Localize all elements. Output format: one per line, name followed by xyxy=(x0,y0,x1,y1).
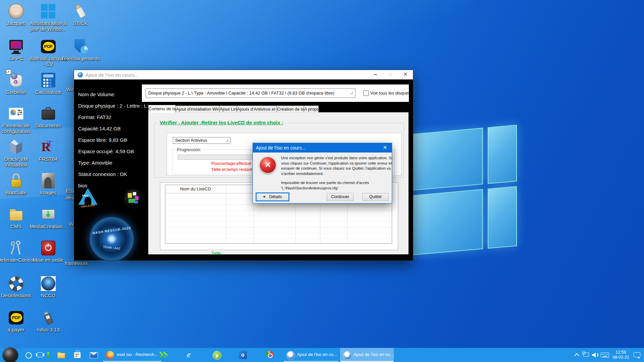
double-chevron-icon xyxy=(160,351,164,358)
desktop-icon-calculator[interactable]: Calculatrice xyxy=(32,72,64,95)
tab-contenu-de-la-clef[interactable]: Contenu de la clef xyxy=(148,105,176,113)
internet-explorer-button[interactable]: e xyxy=(184,348,196,362)
desktop-icon-virtualbox[interactable]: Oracle VM VirtualBox xyxy=(0,139,32,168)
expand-arrow-icon xyxy=(263,196,266,198)
utorrent-icon: µ xyxy=(213,351,221,360)
desktop-icon-label: Calculatrice xyxy=(29,89,67,95)
tab-a-propos[interactable]: A propos xyxy=(304,106,319,112)
app-icon xyxy=(343,351,352,360)
desktop-icon-desinfections[interactable]: Désinfections xyxy=(0,276,32,298)
dialog-message: Une exception non gérée s'est produite d… xyxy=(281,156,389,191)
desktop-icon-rufus[interactable]: rufus-3.13 xyxy=(32,310,64,333)
dialog-titlebar[interactable]: Ajout de l'iso en cours... ✕ xyxy=(253,143,392,153)
window-titlebar[interactable]: Ajout de l'iso en cours... ✕ xyxy=(74,70,413,79)
grid-column-divider xyxy=(226,185,226,243)
file-explorer-button[interactable] xyxy=(55,348,66,362)
desktop-icon-label: NCCD xyxy=(29,293,67,298)
taskbar-task-ajout-iso-1[interactable]: Ajout de l'iso en co... xyxy=(283,348,339,362)
tab-ajout-linux[interactable]: Ajout Linux xyxy=(219,106,237,112)
tray-expand-button[interactable] xyxy=(572,348,581,362)
desktop-icon-label: Images xyxy=(29,190,67,195)
task-view-button[interactable] xyxy=(35,348,46,362)
network-tray-button[interactable] xyxy=(582,348,591,362)
firefox-icon xyxy=(106,351,114,359)
desktop-icon-cv-pdf[interactable]: PDF Balfroid Jacques - CV xyxy=(32,39,64,67)
clock-date: 08-02-21 xyxy=(611,355,631,360)
tab-creation-de-la-clef[interactable]: Création de la clef xyxy=(277,106,304,112)
continue-button[interactable]: Continuer xyxy=(327,193,354,201)
chrome-button[interactable] xyxy=(264,348,276,362)
message-line: Une exception non gérée s'est produite d… xyxy=(281,156,389,161)
keys-icon xyxy=(8,240,24,256)
minimize-button[interactable] xyxy=(368,70,383,79)
microsoft-store-button[interactable] xyxy=(72,348,83,362)
desktop-icon-mediacreation[interactable]: MediaCreation... xyxy=(32,206,64,229)
taskbar-task-ajout-iso-2-active[interactable]: Ajout de l'iso en co... xyxy=(340,348,394,362)
desktop-icon-sleep[interactable]: Mise en veille xyxy=(32,240,64,263)
desktop-icon-cms[interactable]: CMS xyxy=(0,206,32,229)
life-ring-icon xyxy=(8,276,24,292)
desktop-icon-jacques[interactable]: Jacques xyxy=(0,3,32,26)
desktop-icon-ce-pc[interactable]: Ce PC xyxy=(0,39,32,61)
chevron-down-icon xyxy=(226,139,228,141)
desktop-icon-nccd[interactable]: NCCD xyxy=(32,276,64,298)
section-dropdown[interactable]: Section Antivirus xyxy=(173,137,230,144)
cortana-button[interactable] xyxy=(23,348,34,362)
app-icon xyxy=(77,72,83,77)
show-all-disks-checkbox[interactable] xyxy=(363,90,369,96)
column-header-nom-du-livecd: Nom du LiveCD xyxy=(165,186,226,191)
desktop-icon-downloads[interactable]: Téléchargements xyxy=(64,39,96,61)
drive-selector-bar: Disque physique 2 - L:\ Type : Amovible … xyxy=(142,84,409,102)
recycle-bin-icon: ♻ ✓ xyxy=(8,72,24,88)
windows-logo-pane xyxy=(411,128,483,191)
desktop-icon-label: Mise en veille xyxy=(29,257,67,263)
desktop-icon-frst64[interactable]: RT FRST64 xyxy=(32,139,64,162)
media-creation-icon xyxy=(40,206,56,223)
desktop-icon-label: Téléchargements xyxy=(61,56,100,61)
type-label: Type: Amovible xyxy=(78,160,112,166)
usb-stick-dark-icon xyxy=(40,310,56,326)
desktop-icon-recycle-bin[interactable]: ♻ ✓ Corbeille xyxy=(0,72,32,95)
maximize-button[interactable] xyxy=(383,70,398,79)
start-button[interactable] xyxy=(2,348,19,362)
action-center-button[interactable] xyxy=(632,348,643,362)
usb-stick-icon xyxy=(72,3,89,19)
dialog-close-button[interactable]: ✕ xyxy=(378,143,392,153)
outlook-icon: o xyxy=(239,351,247,359)
mail-button[interactable] xyxy=(88,348,99,362)
screen: Jacques Assistant Mise à jour de Windo..… xyxy=(0,0,644,362)
dialog-title: Ajout de l'iso en cours... xyxy=(256,145,306,150)
quit-button[interactable]: Quitter xyxy=(362,193,389,201)
task-label: Ajout de l'iso en co... xyxy=(354,352,394,357)
desktop-icon-documents[interactable]: Documents xyxy=(32,106,64,128)
desktop-icon-bootsafe[interactable]: BootSafe xyxy=(0,173,32,195)
selection-checkbox[interactable]: ✓ xyxy=(6,69,11,74)
volume-tray-button[interactable] xyxy=(591,348,600,362)
downloads-shield-icon xyxy=(72,39,89,55)
desktop-icon-stick[interactable]: STICK xyxy=(64,3,96,26)
start-orb-icon xyxy=(3,348,18,362)
desktop-icon-images[interactable]: Images xyxy=(32,173,64,195)
outlook-button[interactable]: o xyxy=(237,348,249,362)
drive-select-dropdown[interactable]: Disque physique 2 - L:\ Type : Amovible … xyxy=(146,88,356,98)
tab-ajouts-antivirus[interactable]: Ajouts d'Antivirus et utilitaires xyxy=(237,106,277,112)
desktop-icon-defendercontrol[interactable]: DefenderControl xyxy=(0,240,32,263)
progression-label: Progression: xyxy=(175,147,203,152)
desktop-icon-update-assistant[interactable]: Assistant Mise à jour de Windo... xyxy=(32,3,64,32)
desktop-icon-control-panel[interactable]: Panneau de configuration xyxy=(0,106,32,134)
windows-logo-pane xyxy=(488,186,517,249)
keyboard-icon xyxy=(601,353,609,358)
padlock-icon xyxy=(8,173,24,189)
touch-keyboard-button[interactable] xyxy=(600,348,610,362)
task-view-icon xyxy=(38,352,43,357)
clock[interactable]: 12:59 08-02-21 xyxy=(611,348,631,362)
details-button[interactable]: Détails xyxy=(256,193,289,201)
utorrent-button[interactable]: µ xyxy=(211,348,223,362)
pinned-app-button[interactable] xyxy=(46,348,51,362)
pinned-app-chevrons[interactable] xyxy=(158,348,170,362)
tab-ajout-installation-windows-10[interactable]: Ajout d'installation Windows 10 xyxy=(176,106,219,112)
desktop-icon-a-payer[interactable]: PDF a payer xyxy=(0,310,32,333)
volume-name-label: Nom de Volume: xyxy=(78,92,115,97)
taskbar-task-firefox[interactable]: eset iso - Recherch... xyxy=(103,348,162,362)
close-button[interactable]: ✕ xyxy=(398,70,413,79)
